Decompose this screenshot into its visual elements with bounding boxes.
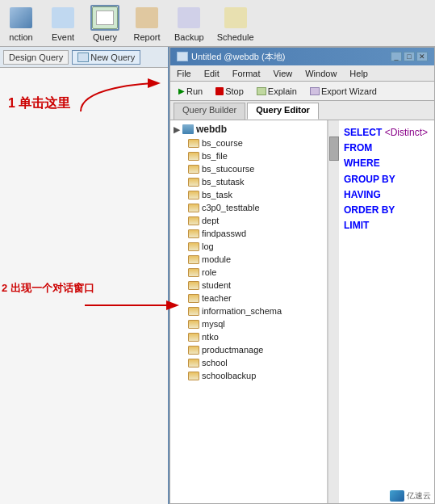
table-icon [188, 242, 199, 251]
explain-button[interactable]: Explain [252, 85, 302, 98]
run-label: Run [186, 86, 203, 96]
tab-query-builder[interactable]: Query Builder [174, 103, 245, 120]
scrollbar-thumb[interactable] [329, 136, 339, 161]
window-menubar: File Edit Format View Window Help [170, 65, 434, 82]
tree-item-label: bs_file [202, 151, 228, 161]
window-titlebar-icon [177, 52, 188, 61]
brand-text: 亿速云 [407, 490, 431, 502]
tree-item[interactable]: teacher [170, 292, 327, 304]
tree-area: ▶ webdb bs_coursebs_filebs_stucoursebs_s… [170, 120, 434, 503]
menu-format[interactable]: Format [229, 68, 264, 79]
tree-item-label: productmanage [202, 345, 263, 355]
tree-item[interactable]: bs_course [170, 136, 327, 149]
tree-item-label: findpasswd [202, 229, 246, 238]
minimize-button[interactable]: _ [391, 52, 402, 61]
tree-expand-icon[interactable]: ▶ [174, 125, 180, 134]
table-icon [188, 333, 199, 342]
menu-edit[interactable]: Edit [201, 68, 223, 79]
sql-content: SELECT <Distinct> FROM WHERE GROUP BY HA… [344, 125, 429, 233]
design-query-tab[interactable]: Design Query [3, 50, 69, 65]
stop-button[interactable]: Stop [211, 85, 249, 98]
new-query-icon [77, 52, 89, 62]
menu-window[interactable]: Window [302, 68, 340, 79]
new-query-button[interactable]: New Query [72, 50, 140, 65]
tree-item[interactable]: productmanage [170, 343, 327, 356]
tree-item[interactable]: role [170, 266, 327, 279]
menu-file[interactable]: File [174, 68, 194, 79]
tree-root-webdb[interactable]: ▶ webdb [170, 122, 327, 136]
tree-item[interactable]: bs_task [170, 188, 327, 201]
sql-where: WHERE [344, 158, 380, 169]
export-wizard-button[interactable]: Export Wizard [305, 85, 382, 98]
tree-item[interactable]: information_schema [170, 304, 327, 317]
toolbar-label-schedule: Schedule [217, 32, 254, 42]
new-query-label: New Query [90, 52, 135, 62]
tab-query-editor[interactable]: Query Editor [247, 103, 319, 120]
sql-distinct: <Distinct> [385, 127, 428, 138]
tree-item-label: bs_task [202, 190, 232, 200]
table-icon [188, 216, 199, 225]
tree-scrollbar[interactable] [328, 120, 339, 503]
table-icon [188, 294, 199, 303]
toolbar-label-backup: Backup [174, 32, 204, 42]
table-icon [188, 191, 199, 200]
tree-item-label: information_schema [202, 306, 282, 316]
sql-group-by: GROUP BY [344, 174, 395, 185]
explain-icon [257, 87, 266, 95]
tree-item[interactable]: mysql [170, 317, 327, 330]
schedule-icon [221, 5, 250, 31]
table-icon [188, 268, 199, 277]
database-window: Untitled @webdb (本地) _ □ ✕ File Edit For… [169, 47, 435, 504]
toolbar-item-event[interactable]: Event [48, 5, 77, 42]
tree-item-label: c3p0_testtable [202, 203, 260, 212]
tree-item-label: schoolbackup [202, 371, 256, 380]
tree-item-label: bs_stucourse [202, 164, 254, 174]
toolbar-item-report[interactable]: Report [132, 5, 161, 42]
tree-item-label: dept [202, 216, 219, 225]
table-icon [188, 139, 199, 148]
table-icon [188, 204, 199, 212]
sql-limit: LIMIT [344, 220, 369, 231]
toolbar-label-report: Report [133, 32, 160, 42]
tree-item[interactable]: bs_stucourse [170, 162, 327, 175]
query-icon [90, 5, 119, 31]
window-titlebar: Untitled @webdb (本地) _ □ ✕ [170, 48, 434, 65]
tree-item[interactable]: log [170, 240, 327, 253]
table-icon [188, 178, 199, 187]
tree-item[interactable]: c3p0_testtable [170, 201, 327, 214]
arrow-1 [73, 71, 169, 116]
tree-item[interactable]: findpasswd [170, 227, 327, 240]
tree-item[interactable]: schoolbackup [170, 369, 327, 382]
tree-item[interactable]: dept [170, 214, 327, 227]
tree-item[interactable]: school [170, 356, 327, 369]
tree-item-label: bs_stutask [202, 177, 245, 187]
tree-item[interactable]: bs_stutask [170, 175, 327, 188]
close-button[interactable]: ✕ [416, 52, 428, 61]
table-icon [188, 372, 199, 380]
query-tab-bar: Design Query New Query [0, 47, 168, 68]
toolbar-item-query[interactable]: Query [90, 5, 119, 42]
backup-icon [174, 5, 203, 31]
menu-view[interactable]: View [270, 68, 296, 79]
tree-items-container: bs_coursebs_filebs_stucoursebs_stutaskbs… [170, 136, 327, 382]
maximize-button[interactable]: □ [404, 52, 415, 61]
run-button[interactable]: ▶ Run [174, 85, 207, 98]
tree-item-label: student [202, 280, 231, 290]
annotation-1-text: 1 单击这里 [8, 95, 70, 112]
main-toolbar: nction Event Query Report Backup Schedul… [0, 0, 435, 47]
tree-item[interactable]: ntko [170, 330, 327, 343]
toolbar-item-backup[interactable]: Backup [174, 5, 204, 42]
table-icon [188, 229, 199, 238]
sql-panel: SELECT <Distinct> FROM WHERE GROUP BY HA… [339, 120, 434, 503]
tree-item[interactable]: student [170, 279, 327, 292]
toolbar-item-schedule[interactable]: Schedule [217, 5, 254, 42]
brand-bar: 亿速云 [390, 490, 431, 502]
table-icon [188, 165, 199, 174]
tree-item[interactable]: bs_file [170, 149, 327, 162]
tree-item-label: mysql [202, 319, 225, 329]
tree-item-label: teacher [202, 293, 232, 303]
tree-item[interactable]: module [170, 253, 327, 266]
menu-help[interactable]: Help [346, 68, 371, 79]
toolbar-item-function[interactable]: nction [6, 5, 36, 42]
window-controls: _ □ ✕ [391, 52, 428, 61]
